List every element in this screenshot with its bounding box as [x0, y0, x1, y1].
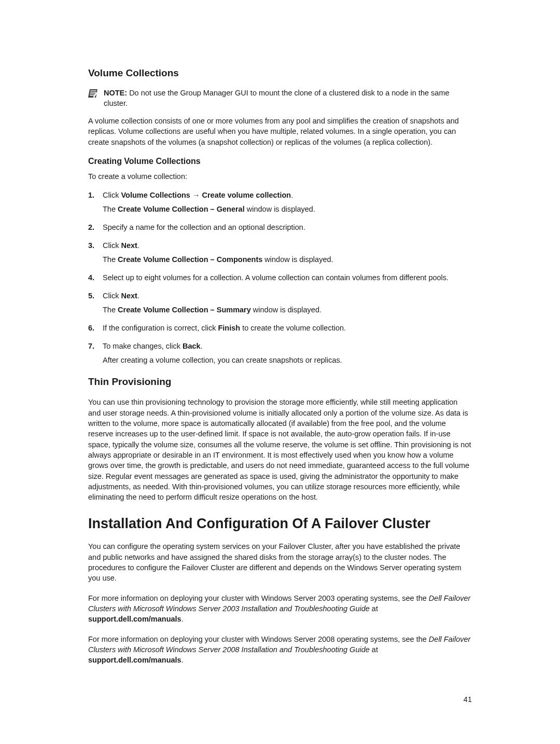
step-bold: Create Volume Collection – General	[118, 205, 245, 213]
volume-collections-intro: A volume collection consists of one or m…	[88, 116, 472, 147]
steps-list: 1. Click Volume Collections → Create vol…	[88, 190, 472, 366]
step-number: 7.	[88, 341, 103, 352]
para-text: For more information on deploying your c…	[88, 635, 429, 643]
step-bold: Create Volume Collection – Summary	[118, 306, 251, 314]
step-body: Click Volume Collections → Create volume…	[103, 190, 472, 215]
step-bold: Next	[121, 292, 137, 300]
heading-installation-configuration: Installation And Configuration Of A Fail…	[88, 516, 472, 532]
step-body: Select up to eight volumes for a collect…	[103, 272, 472, 283]
step-bold: Create volume collection	[202, 191, 291, 199]
step-text: .	[137, 292, 139, 300]
step-item: 4. Select up to eight volumes for a coll…	[88, 272, 472, 283]
failover-2003-para: For more information on deploying your c…	[88, 593, 472, 625]
step-item: 7. To make changes, click Back. After cr…	[88, 341, 472, 366]
note-label: NOTE:	[104, 89, 127, 97]
step-text: window is displayed.	[251, 306, 321, 314]
step-text: .	[291, 191, 293, 199]
step-text: Click	[103, 191, 121, 199]
step-subtext: The Create Volume Collection – Summary w…	[103, 305, 472, 315]
step-text: The	[103, 306, 118, 314]
step-number: 5.	[88, 291, 103, 301]
subheading-creating-volume-collections: Creating Volume Collections	[88, 157, 472, 166]
step-number: 3.	[88, 240, 103, 251]
heading-thin-provisioning: Thin Provisioning	[88, 376, 472, 388]
support-link-text: support.dell.com/manuals	[88, 656, 181, 664]
step-body: To make changes, click Back. After creat…	[103, 341, 472, 366]
step-text: .	[201, 342, 203, 350]
para-text: .	[181, 656, 184, 664]
step-bold: Volume Collections	[121, 191, 192, 199]
note-callout: NOTE: Do not use the Group Manager GUI t…	[88, 88, 472, 108]
step-subtext: The Create Volume Collection – General w…	[103, 204, 472, 215]
step-number: 2.	[88, 222, 103, 233]
heading-volume-collections: Volume Collections	[88, 67, 472, 79]
step-body: Specify a name for the collection and an…	[103, 222, 472, 233]
step-subtext: After creating a volume collection, you …	[103, 355, 472, 366]
step-item: 2. Specify a name for the collection and…	[88, 222, 472, 233]
note-body: Do not use the Group Manager GUI to moun…	[104, 89, 450, 107]
step-body: If the configuration is correct, click F…	[103, 323, 472, 334]
step-item: 5. Click Next. The Create Volume Collect…	[88, 291, 472, 315]
support-link-text: support.dell.com/manuals	[88, 615, 181, 623]
para-text: For more information on deploying your c…	[88, 594, 429, 602]
step-text: If the configuration is correct, click	[103, 324, 218, 332]
para-text: at	[370, 645, 378, 654]
step-bold: Back	[183, 342, 201, 350]
step-text: window is displayed.	[245, 205, 315, 213]
step-number: 1.	[88, 190, 103, 201]
note-text: NOTE: Do not use the Group Manager GUI t…	[104, 88, 472, 108]
document-page: Volume Collections NOTE: Do not use the …	[0, 0, 560, 735]
note-icon	[88, 89, 99, 100]
step-number: 6.	[88, 323, 103, 334]
step-text: window is displayed.	[262, 255, 333, 264]
step-body: Click Next. The Create Volume Collection…	[103, 240, 472, 265]
step-item: 3. Click Next. The Create Volume Collect…	[88, 240, 472, 265]
step-text: to create the volume collection.	[240, 324, 346, 332]
step-text: The	[103, 205, 118, 213]
step-text: .	[137, 241, 139, 250]
steps-lead-in: To create a volume collection:	[88, 171, 472, 182]
step-item: 6. If the configuration is correct, clic…	[88, 323, 472, 334]
failover-intro-para: You can configure the operating system s…	[88, 541, 472, 583]
step-bold: Create Volume Collection – Components	[118, 255, 262, 264]
page-number: 41	[88, 695, 472, 704]
arrow-icon: →	[192, 191, 202, 199]
step-number: 4.	[88, 272, 103, 283]
thin-provisioning-para: You can use thin provisioning technology…	[88, 397, 472, 502]
step-subtext: The Create Volume Collection – Component…	[103, 254, 472, 265]
step-item: 1. Click Volume Collections → Create vol…	[88, 190, 472, 215]
step-text: Click	[103, 241, 121, 250]
step-body: Click Next. The Create Volume Collection…	[103, 291, 472, 315]
step-text: The	[103, 255, 118, 264]
para-text: .	[181, 615, 184, 623]
step-text: To make changes, click	[103, 342, 183, 350]
step-bold: Next	[121, 241, 137, 250]
para-text: at	[370, 604, 378, 613]
step-bold: Finish	[218, 324, 240, 332]
failover-2008-para: For more information on deploying your c…	[88, 634, 472, 666]
step-text: Click	[103, 292, 121, 300]
